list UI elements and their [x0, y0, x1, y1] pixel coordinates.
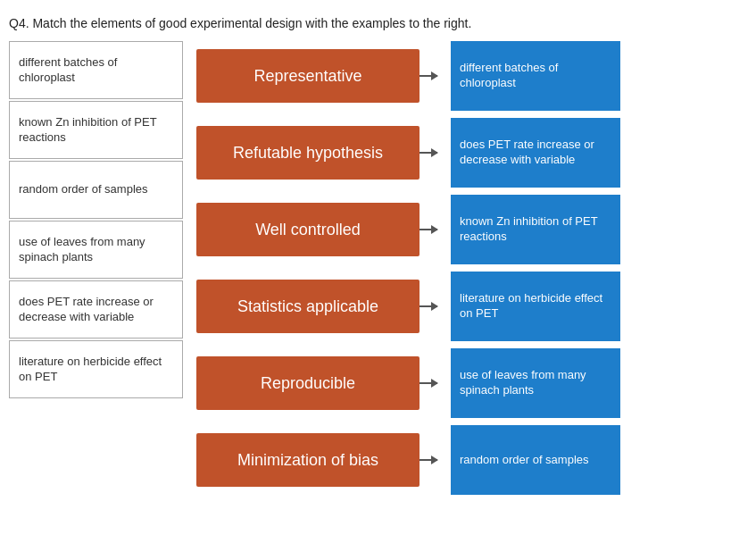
right-item-2[interactable]: does PET rate increase or decrease with … — [451, 118, 620, 188]
matching-container: different batches of chloroplast known Z… — [0, 41, 756, 502]
left-item-4[interactable]: use of leaves from many spinach plants — [9, 221, 183, 279]
middle-wrapper-5: Reproducible — [196, 348, 437, 418]
left-item-1[interactable]: different batches of chloroplast — [9, 41, 183, 99]
left-column: different batches of chloroplast known Z… — [9, 41, 183, 400]
right-item-3[interactable]: known Zn inhibition of PET reactions — [451, 195, 620, 264]
orange-label-2: Refutable hypothesis — [196, 126, 420, 180]
orange-label-5: Reproducible — [196, 356, 420, 410]
right-item-5[interactable]: use of leaves from many spinach plants — [451, 348, 620, 418]
left-item-6[interactable]: literature on herbicide effect on PET — [9, 340, 183, 398]
orange-label-1: Representative — [196, 49, 420, 103]
arrow-4 — [420, 305, 437, 307]
right-item-6[interactable]: random order of samples — [451, 425, 620, 495]
orange-label-6: Minimization of bias — [196, 433, 420, 487]
orange-label-4: Statistics applicable — [196, 280, 420, 333]
middle-wrapper-4: Statistics applicable — [196, 272, 437, 341]
arrow-6 — [420, 459, 437, 461]
arrow-1 — [420, 75, 437, 77]
left-item-5[interactable]: does PET rate increase or decrease with … — [9, 280, 183, 339]
left-item-2[interactable]: known Zn inhibition of PET reactions — [9, 101, 183, 159]
right-column: different batches of chloroplast does PE… — [451, 41, 620, 502]
question-label: Q4. Match the elements of good experimen… — [0, 9, 756, 41]
orange-label-3: Well controlled — [196, 203, 420, 256]
arrow-5 — [420, 382, 437, 384]
middle-column: Representative Refutable hypothesis Well… — [183, 41, 451, 502]
arrow-2 — [420, 152, 437, 154]
middle-wrapper-6: Minimization of bias — [196, 425, 437, 495]
middle-wrapper-1: Representative — [196, 41, 437, 111]
arrow-3 — [420, 229, 437, 230]
left-item-3[interactable]: random order of samples — [9, 161, 183, 219]
middle-wrapper-3: Well controlled — [196, 195, 437, 264]
right-item-1[interactable]: different batches of chloroplast — [451, 41, 620, 111]
middle-wrapper-2: Refutable hypothesis — [196, 118, 437, 188]
right-item-4[interactable]: literature on herbicide effect on PET — [451, 272, 620, 341]
